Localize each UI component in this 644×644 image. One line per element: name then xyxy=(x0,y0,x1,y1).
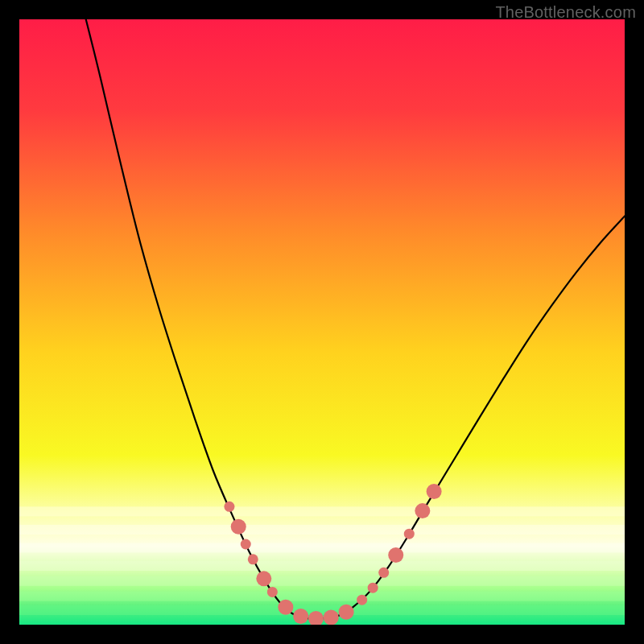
chart-svg xyxy=(19,19,625,625)
data-dot xyxy=(388,547,403,563)
chart-stage: TheBottleneck.com xyxy=(0,0,644,644)
background-band xyxy=(19,525,625,535)
data-dot xyxy=(256,571,271,586)
data-dot xyxy=(231,519,246,535)
data-dot xyxy=(339,605,354,620)
data-dot xyxy=(224,502,234,512)
background-band xyxy=(19,605,625,615)
plot-area xyxy=(19,19,625,625)
data-dot xyxy=(248,554,258,564)
background-band xyxy=(19,592,625,601)
background-band xyxy=(19,543,625,552)
watermark-text: TheBottleneck.com xyxy=(495,3,636,22)
background-band xyxy=(19,506,625,516)
data-dot xyxy=(415,503,430,518)
data-dot xyxy=(278,600,293,615)
data-dot xyxy=(293,609,308,624)
data-dot xyxy=(324,609,339,625)
data-dot xyxy=(357,595,367,605)
background-band xyxy=(19,561,625,571)
data-dot xyxy=(427,484,442,499)
background-band xyxy=(19,576,625,586)
data-dot xyxy=(267,587,278,597)
data-dot xyxy=(368,583,378,593)
data-dot xyxy=(404,529,415,539)
data-dot xyxy=(241,539,251,549)
data-dot xyxy=(378,568,389,578)
